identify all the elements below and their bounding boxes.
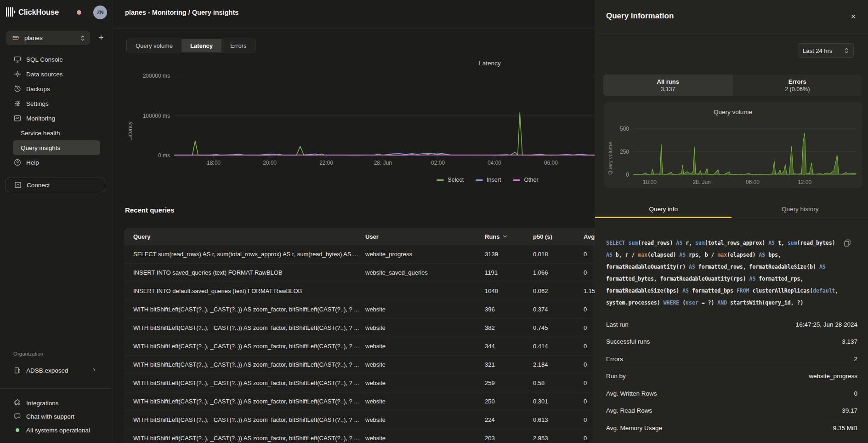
svg-text:500: 500 <box>620 126 629 132</box>
table-row[interactable]: WITH bitShiftLeft(CAST(?..), _CAST(?..))… <box>124 429 595 443</box>
table-header: Query User Runs p50 (s) Avg. <box>124 228 595 245</box>
runs-cell: 344 <box>485 337 531 355</box>
table-row[interactable]: WITH bitShiftLeft(CAST(?..), _CAST(?..))… <box>124 410 595 429</box>
sidebar-item-help[interactable]: Help <box>0 155 113 170</box>
time-range-value: Last 24 hrs <box>803 47 832 54</box>
aws-icon: aws <box>11 34 20 42</box>
table-row[interactable]: WITH bitShiftLeft(CAST(?..), _CAST(?..))… <box>124 300 595 318</box>
table-row[interactable]: SELECT sum(read_rows) AS r, sum(total_ro… <box>124 245 595 263</box>
column-header-avg[interactable]: Avg. <box>584 228 595 245</box>
svg-text:0 ms: 0 ms <box>158 152 170 159</box>
stat-row: Avg. Written Rows 0 <box>606 385 857 403</box>
legend-swatch <box>476 179 483 181</box>
svg-text:18:00: 18:00 <box>207 160 221 166</box>
main-header: planes - Monitoring / Query insights <box>113 0 595 29</box>
sidebar-item-backups[interactable]: Backups <box>0 81 113 96</box>
query-cell: WITH bitShiftLeft(CAST(?..), _CAST(?..))… <box>133 429 361 443</box>
svg-text:12:00: 12:00 <box>798 179 811 185</box>
main-content: planes - Monitoring / Query insights Que… <box>113 0 595 443</box>
table-row[interactable]: WITH bitShiftLeft(CAST(?..), _CAST(?..))… <box>124 355 595 374</box>
svg-text:20:00: 20:00 <box>263 160 277 166</box>
help-icon <box>14 159 21 166</box>
latency-chart: 200000 ms100000 ms0 ms18:0020:0022:0028.… <box>113 46 595 167</box>
legend-item[interactable]: Other <box>513 177 538 183</box>
sidebar-item-monitoring[interactable]: Monitoring <box>0 111 113 126</box>
column-header-runs[interactable]: Runs <box>485 228 531 245</box>
avatar[interactable]: ZN <box>93 6 107 19</box>
toggle-all-runs[interactable]: All runs 3,137 <box>603 75 733 96</box>
table-row[interactable]: WITH bitShiftLeft(CAST(?..), _CAST(?..))… <box>124 374 595 392</box>
legend-swatch <box>513 179 520 181</box>
user-cell: website_progress <box>365 245 480 263</box>
legend-item[interactable]: Select <box>437 177 464 183</box>
legend-label: Other <box>524 177 538 183</box>
runs-cell: 1040 <box>485 282 531 300</box>
connect-button[interactable]: Connect <box>6 178 105 192</box>
stat-value: 39.17 <box>842 407 857 414</box>
chevron-updown-icon <box>80 35 85 42</box>
copy-icon[interactable] <box>843 239 851 247</box>
query-cell: WITH bitShiftLeft(CAST(?..), _CAST(?..))… <box>133 374 361 392</box>
project-select[interactable]: aws planes <box>6 31 90 45</box>
query-volume-card: Query volume Query volume 500250018:0028… <box>604 102 862 188</box>
user-cell: website <box>365 300 480 318</box>
sidebar-item-settings[interactable]: Settings <box>0 96 113 111</box>
column-header-user[interactable]: User <box>365 228 480 245</box>
stat-label: Avg. Memory Usage <box>606 425 662 431</box>
legend-item[interactable]: Insert <box>476 177 501 183</box>
project-name: planes <box>24 35 43 41</box>
sql-console-icon <box>14 56 21 63</box>
sidebar-item-integrations[interactable]: Integrations <box>0 396 113 410</box>
avg-cell: 0 <box>584 429 595 443</box>
table-row[interactable]: WITH bitShiftLeft(CAST(?..), _CAST(?..))… <box>124 337 595 355</box>
avg-cell: 0 <box>584 356 595 374</box>
svg-text:250: 250 <box>620 149 629 155</box>
query-stats: Last run 16:47:25, Jun 28 2024 Successfu… <box>606 316 857 443</box>
user-cell: website <box>365 429 480 443</box>
avg-cell: 1.15 <box>584 282 595 300</box>
tab-query-info[interactable]: Query info <box>595 201 732 218</box>
column-header-p50[interactable]: p50 (s) <box>533 228 579 245</box>
brand-name: ClickHouse <box>18 8 59 17</box>
table-row[interactable]: INSERT INTO default.saved_queries (text)… <box>124 282 595 300</box>
data-sources-icon <box>14 70 21 78</box>
user-cell: website <box>365 356 480 374</box>
close-icon[interactable]: × <box>847 11 859 23</box>
system-status[interactable]: All systems operational <box>0 423 113 437</box>
query-cell: INSERT INTO saved_queries (text) FORMAT … <box>133 264 361 282</box>
toggle-errors[interactable]: Errors 2 (0.06%) <box>733 75 862 96</box>
add-service-button[interactable]: + <box>95 32 107 44</box>
runs-cell: 224 <box>485 411 531 429</box>
time-range-select[interactable]: Last 24 hrs <box>798 43 854 58</box>
stat-row: Run by website_progress <box>606 368 857 385</box>
table-row[interactable]: WITH bitShiftLeft(CAST(?..), _CAST(?..))… <box>124 392 595 410</box>
table-body: SELECT sum(read_rows) AS r, sum(total_ro… <box>124 245 595 443</box>
backups-icon <box>14 85 21 92</box>
sidebar-item-service-health[interactable]: Service health <box>0 126 113 140</box>
query-information-panel: Query information × Last 24 hrs All runs… <box>595 0 868 443</box>
sidebar-item-data-sources[interactable]: Data sources <box>0 67 113 81</box>
user-cell: website <box>365 411 480 429</box>
legend-swatch <box>437 179 444 181</box>
stat-row: Avg. Memory Usage 9.35 MiB <box>606 420 857 437</box>
query-cell: WITH bitShiftLeft(CAST(?..), _CAST(?..))… <box>133 337 361 355</box>
stat-label: Avg. Read Rows <box>606 407 652 414</box>
legend-label: Insert <box>487 177 501 183</box>
query-cell: WITH bitShiftLeft(CAST(?..), _CAST(?..))… <box>133 411 361 429</box>
tab-query-history[interactable]: Query history <box>732 201 868 218</box>
table-row[interactable]: INSERT INTO saved_queries (text) FORMAT … <box>124 263 595 282</box>
sidebar-item-chat-support[interactable]: Chat with support <box>0 409 113 424</box>
sidebar: ClickHouse ZN aws planes + SQL Console <box>0 0 113 443</box>
sql-query-text: SELECT sum(read_rows) AS r, sum(total_ro… <box>606 237 858 309</box>
svg-text:0: 0 <box>626 172 629 178</box>
stat-label: Run by <box>606 373 626 380</box>
p50-cell: 0.018 <box>533 245 579 263</box>
stat-value: 9.35 MiB <box>833 425 857 431</box>
chevron-updown-icon <box>844 47 849 54</box>
stat-row: Errors 2 <box>606 351 857 368</box>
table-row[interactable]: WITH bitShiftLeft(CAST(?..), _CAST(?..))… <box>124 318 595 337</box>
column-header-query[interactable]: Query <box>133 228 361 245</box>
organization-switcher[interactable]: ADSB.exposed › <box>0 363 113 378</box>
sidebar-item-query-insights[interactable]: Query insights <box>13 140 100 155</box>
sidebar-item-sql-console[interactable]: SQL Console <box>0 52 113 67</box>
